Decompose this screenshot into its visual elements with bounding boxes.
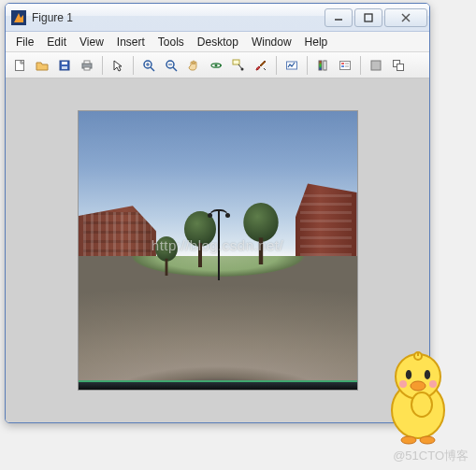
svg-rect-32 [371, 61, 381, 70]
svg-rect-8 [62, 66, 67, 69]
menu-desktop[interactable]: Desktop [191, 34, 245, 50]
toolbar-separator [360, 56, 361, 75]
window-title: Figure 1 [32, 11, 323, 24]
rotate-3d-icon[interactable] [206, 55, 226, 76]
svg-point-41 [399, 380, 407, 388]
menu-insert[interactable]: Insert [110, 34, 151, 50]
toolbar-separator [133, 56, 134, 75]
svg-rect-34 [397, 64, 404, 70]
svg-rect-11 [84, 67, 90, 70]
menu-edit[interactable]: Edit [40, 34, 73, 50]
print-icon[interactable] [77, 55, 97, 76]
brush-icon[interactable] [251, 55, 271, 76]
menu-view[interactable]: View [73, 34, 110, 50]
hide-tools-icon[interactable] [366, 55, 386, 76]
page-watermark: @51CTO博客 [393, 448, 469, 464]
dock-figure-icon[interactable] [388, 55, 409, 76]
svg-rect-25 [319, 61, 322, 70]
zoom-out-icon[interactable] [161, 55, 181, 76]
maximize-button[interactable] [354, 8, 382, 27]
close-button[interactable] [384, 8, 427, 27]
svg-point-43 [411, 381, 426, 391]
svg-point-46 [420, 436, 435, 444]
image-watermark: http://blog.csdn.net/ [151, 237, 283, 253]
svg-point-23 [241, 67, 244, 70]
svg-point-45 [401, 436, 416, 444]
duck-mascot-icon [375, 343, 461, 446]
save-icon[interactable] [54, 55, 75, 76]
pan-hand-icon[interactable] [183, 55, 204, 76]
svg-rect-10 [84, 61, 90, 64]
svg-rect-26 [324, 61, 326, 70]
svg-rect-2 [365, 14, 372, 21]
svg-point-20 [215, 64, 218, 66]
svg-rect-27 [340, 61, 351, 69]
svg-point-42 [429, 380, 437, 388]
zoom-in-icon[interactable] [138, 55, 159, 76]
insert-legend-icon[interactable] [335, 55, 355, 76]
svg-point-39 [406, 370, 411, 379]
pointer-icon[interactable] [108, 55, 128, 76]
menu-window[interactable]: Window [245, 34, 298, 50]
menu-tools[interactable]: Tools [151, 34, 191, 50]
svg-point-40 [425, 370, 430, 379]
displayed-image: http://blog.csdn.net/ [78, 110, 358, 391]
toolbar-separator [102, 56, 103, 75]
svg-line-17 [173, 67, 177, 71]
figure-window: Figure 1 File Edit View Insert Tools Des… [5, 3, 430, 423]
svg-point-44 [411, 392, 432, 417]
figure-canvas[interactable]: http://blog.csdn.net/ [6, 78, 429, 422]
link-plot-icon[interactable] [281, 55, 302, 76]
svg-rect-21 [233, 60, 239, 64]
minimize-button[interactable] [325, 8, 353, 27]
titlebar[interactable]: Figure 1 [6, 4, 429, 32]
menubar: File Edit View Insert Tools Desktop Wind… [6, 32, 429, 52]
svg-rect-7 [62, 62, 67, 64]
insert-colorbar-icon[interactable] [312, 55, 333, 76]
window-controls [323, 8, 427, 27]
menu-help[interactable]: Help [298, 34, 335, 50]
svg-line-13 [151, 67, 154, 71]
matlab-app-icon [11, 10, 26, 25]
toolbar-separator [276, 56, 277, 75]
toolbar [6, 52, 429, 78]
new-file-icon[interactable] [9, 55, 30, 76]
data-cursor-icon[interactable] [228, 55, 249, 76]
menu-file[interactable]: File [9, 34, 40, 50]
open-folder-icon[interactable] [32, 55, 52, 76]
toolbar-separator [307, 56, 308, 75]
